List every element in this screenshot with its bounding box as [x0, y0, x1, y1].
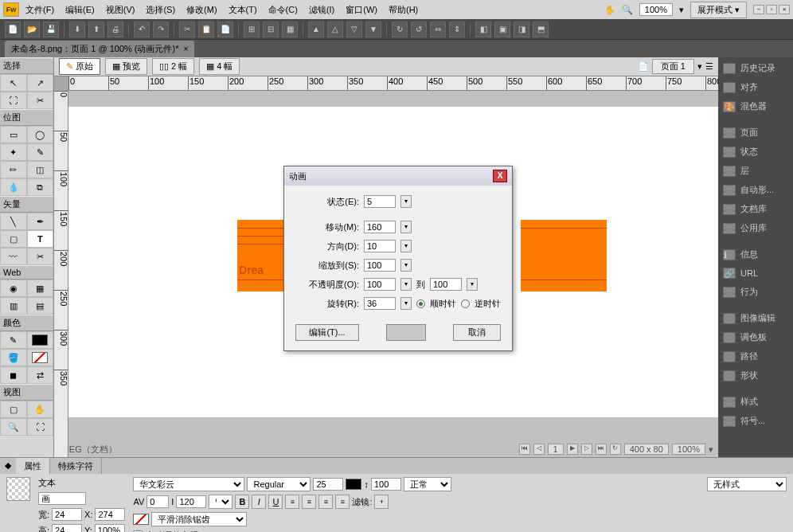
track-unit[interactable]: % [209, 495, 232, 509]
states-dropdown[interactable]: ▾ [400, 195, 412, 208]
cut-icon[interactable]: ✂ [179, 22, 195, 37]
page-dropdown-icon[interactable]: ▾ [697, 61, 702, 72]
line-tool[interactable]: ╲ [0, 213, 27, 230]
text-color[interactable] [346, 479, 361, 490]
width-input[interactable] [52, 508, 82, 521]
menu-edit[interactable]: 编辑(E) [61, 2, 100, 18]
rotate-ccw-icon[interactable]: ↺ [411, 22, 427, 37]
slice-tool[interactable]: ▦ [27, 280, 54, 297]
menu-modify[interactable]: 修改(M) [182, 2, 222, 18]
panel-autoshapes[interactable]: 自动形... [718, 181, 793, 199]
swap-colors[interactable]: ⇄ [27, 366, 54, 384]
panel-styles[interactable]: 样式 [718, 393, 793, 411]
object-name-input[interactable] [38, 492, 86, 505]
style-select[interactable]: 无样式 [707, 477, 787, 491]
opacity-from-input[interactable] [364, 278, 396, 291]
save-icon[interactable]: 💾 [43, 22, 59, 37]
panel-align[interactable]: 对齐 [718, 78, 793, 96]
zoom-level[interactable]: 100% [639, 3, 673, 16]
flip-v-icon[interactable]: ⇕ [449, 22, 465, 37]
default-colors[interactable]: ◼ [0, 366, 27, 384]
menu-commands[interactable]: 命令(C) [264, 2, 303, 18]
hotspot-tool[interactable]: ◉ [0, 280, 27, 297]
wand-tool[interactable]: ✦ [0, 143, 27, 161]
marquee-tool[interactable]: ▭ [0, 126, 27, 143]
opacity-to-dropdown[interactable]: ▾ [467, 278, 478, 291]
next-frame-button[interactable]: ▷ [581, 444, 592, 455]
last-frame-button[interactable]: ⏭ [596, 444, 607, 455]
align-top-icon[interactable]: ⬒ [533, 22, 549, 37]
menu-view[interactable]: 视图(V) [101, 2, 140, 18]
undo-icon[interactable]: ↶ [134, 22, 150, 37]
backward-icon[interactable]: ▽ [346, 22, 362, 37]
size-input[interactable] [313, 478, 343, 491]
panel-swatches[interactable]: 调色板 [718, 328, 793, 346]
underline-button[interactable]: U [268, 495, 283, 509]
scale-tool[interactable]: ⛶ [0, 92, 27, 109]
frame-number[interactable]: 1 [548, 444, 564, 455]
align-right-icon[interactable]: ◨ [514, 22, 529, 37]
canvas-zoom[interactable]: 100% [672, 444, 705, 455]
prev-frame-button[interactable]: ◁ [533, 444, 545, 455]
av-input[interactable] [146, 495, 169, 508]
animation-element-right[interactable] [521, 220, 607, 291]
ok-button[interactable] [386, 324, 426, 341]
menu-filters[interactable]: 滤镜(I) [304, 2, 339, 18]
page-menu-icon[interactable]: ☰ [705, 61, 713, 72]
group-icon[interactable]: ⊞ [244, 22, 260, 37]
panel-mixer[interactable]: 🎨混色器 [718, 97, 793, 115]
panel-imageedit[interactable]: 图像编辑 [718, 309, 793, 327]
back-icon[interactable]: ▼ [365, 22, 381, 37]
canvas-dims[interactable]: 400 x 80 [624, 444, 669, 455]
freeform-tool[interactable]: 〰 [0, 248, 27, 265]
stroke-swatch[interactable] [27, 331, 54, 349]
menu-window[interactable]: 窗口(W) [341, 2, 382, 18]
tab-properties[interactable]: 属性 [16, 458, 50, 474]
workspace-selector[interactable]: 展开模式 ▾ [690, 2, 747, 18]
eraser-tool[interactable]: ◫ [27, 161, 54, 178]
show-slice-tool[interactable]: ▤ [27, 297, 54, 315]
x-input[interactable] [95, 508, 125, 521]
align-center-button[interactable]: ≡ [302, 495, 316, 509]
scale-input[interactable] [364, 259, 396, 272]
view-2up[interactable]: ▯▯2 幅 [152, 58, 194, 75]
tracking-input[interactable] [176, 495, 206, 508]
hide-slice-tool[interactable]: ▥ [0, 297, 27, 315]
panel-commonlib[interactable]: 公用库 [718, 219, 793, 237]
direction-input[interactable] [364, 240, 396, 252]
fullscreen-tool[interactable]: ⛶ [27, 418, 54, 436]
align-justify-button[interactable]: ≡ [335, 495, 350, 509]
font-select[interactable]: 华文彩云 [133, 477, 244, 491]
open-icon[interactable]: 📂 [24, 22, 40, 37]
panel-states[interactable]: 状态 [718, 143, 793, 161]
panel-shapes[interactable]: 形状 [718, 366, 793, 385]
copy-icon[interactable]: 📋 [198, 22, 214, 37]
restore-button[interactable]: ▫ [766, 5, 777, 14]
menu-text[interactable]: 文本(T) [224, 2, 262, 18]
pointer-tool[interactable]: ↖ [0, 74, 27, 92]
merge-icon[interactable]: ▦ [282, 22, 298, 37]
pen-tool[interactable]: ✒ [27, 213, 54, 230]
stroke-color[interactable]: ✎ [0, 331, 27, 349]
opacity-to-input[interactable] [430, 278, 462, 291]
move-dropdown[interactable]: ▾ [400, 221, 412, 233]
pencil-tool[interactable]: ✏ [0, 161, 27, 178]
knife-tool[interactable]: ✂ [27, 248, 54, 265]
menu-select[interactable]: 选择(S) [141, 2, 180, 18]
view-4up[interactable]: ▦4 幅 [199, 58, 240, 75]
document-tab[interactable]: 未命名-8.png：页面 1 @ 100% (动画元件)* × [5, 41, 194, 57]
ccw-radio[interactable] [461, 299, 470, 308]
panel-history[interactable]: 历史记录 [718, 59, 793, 77]
hand-tool-icon[interactable]: ✋ [604, 5, 615, 15]
stroke-color-prop[interactable] [133, 514, 149, 525]
import-icon[interactable]: ⬇ [69, 22, 85, 37]
cancel-button[interactable]: 取消 [453, 324, 501, 341]
hand-tool[interactable]: ✋ [27, 401, 54, 418]
blur-tool[interactable]: 💧 [0, 178, 27, 196]
height-input[interactable] [52, 524, 82, 532]
lasso-tool[interactable]: ◯ [27, 126, 54, 143]
stamp-tool[interactable]: ⧉ [27, 178, 54, 196]
align-right-button[interactable]: ≡ [318, 495, 333, 509]
fill-swatch[interactable] [27, 349, 54, 366]
panel-info[interactable]: ℹ信息 [718, 245, 793, 264]
